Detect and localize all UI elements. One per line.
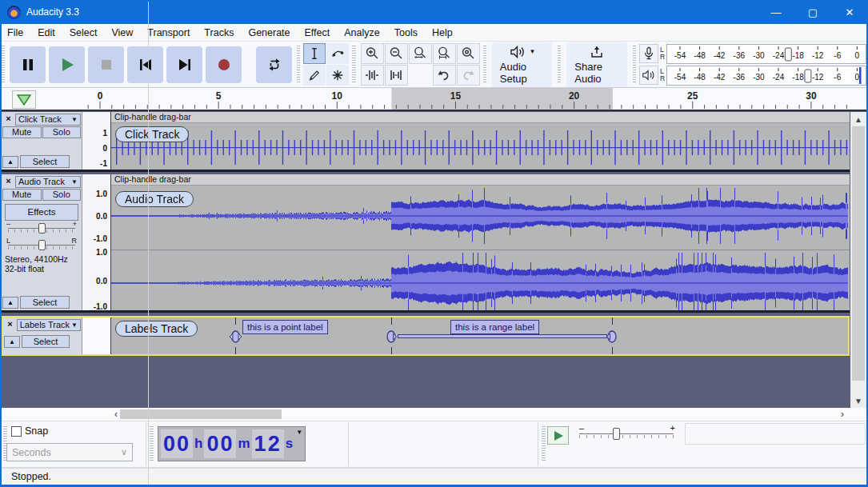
- zoom-toggle-button[interactable]: [457, 43, 480, 64]
- playback-speaker-icon[interactable]: [639, 66, 658, 85]
- menu-select[interactable]: Select: [62, 25, 105, 41]
- zoom-selection-button[interactable]: [409, 43, 432, 64]
- playback-meter[interactable]: -54-48-42-36-30-24-18-12-60: [666, 66, 866, 86]
- audio-setup-button[interactable]: ▼ Audio Setup: [492, 42, 552, 87]
- snap-checkbox[interactable]: [11, 426, 22, 437]
- audio-clip-drag-bar[interactable]: Clip-handle drag-bar: [111, 174, 850, 186]
- scroll-up-arrow[interactable]: ▲: [850, 112, 866, 126]
- skip-to-end-button[interactable]: [166, 46, 202, 83]
- play-speed-toolbar-grip[interactable]: [542, 426, 546, 462]
- microphone-icon[interactable]: [639, 44, 658, 63]
- scroll-down-arrow[interactable]: ▼: [850, 393, 866, 408]
- gain-slider-thumb[interactable]: [38, 223, 46, 234]
- envelope-tool-button[interactable]: [326, 43, 349, 64]
- labels-select-button[interactable]: Select: [22, 335, 70, 348]
- audio-track-name-chip[interactable]: Audio Track: [115, 191, 194, 207]
- audio-vertical-ruler[interactable]: 1.0 0.0 -1.0 1.0 0.0 -1.0: [82, 174, 111, 310]
- range-label-text[interactable]: this is a range label: [450, 320, 539, 334]
- click-select-button[interactable]: Select: [20, 155, 70, 168]
- horizontal-scrollbar[interactable]: ‹ ›: [0, 408, 868, 421]
- play-speed-slider[interactable]: – +: [578, 426, 675, 442]
- pan-slider-thumb[interactable]: [38, 240, 46, 250]
- time-digit-group[interactable]: 12: [252, 429, 284, 458]
- audio-gain-slider[interactable]: – +: [6, 222, 77, 234]
- click-mute-button[interactable]: Mute: [2, 126, 42, 138]
- menu-generate[interactable]: Generate: [241, 25, 297, 41]
- click-track-name-chip[interactable]: Click Track: [115, 126, 189, 142]
- tools-toolbar-grip[interactable]: [297, 46, 300, 83]
- maximize-button[interactable]: ▢: [794, 0, 831, 24]
- meter-toolbar-grip[interactable]: [633, 46, 636, 83]
- audio-track-clip[interactable]: Clip-handle drag-bar Audio Track: [111, 174, 850, 310]
- draw-tool-button[interactable]: [303, 65, 326, 86]
- pause-button[interactable]: [10, 46, 46, 83]
- menu-analyze[interactable]: Analyze: [337, 25, 386, 41]
- click-track-menu-button[interactable]: Click Track ▼: [15, 114, 81, 126]
- labels-track-menu-button[interactable]: Labels Track ▼: [17, 319, 81, 331]
- audio-setup-toolbar-grip[interactable]: [483, 46, 486, 83]
- menu-edit[interactable]: Edit: [30, 25, 62, 41]
- play-button[interactable]: [49, 46, 85, 83]
- audio-collapse-button[interactable]: ▲: [2, 297, 18, 309]
- silence-audio-button[interactable]: [385, 65, 408, 86]
- labels-track-clip[interactable]: Labels Track this is a point label this …: [111, 317, 848, 354]
- minimize-button[interactable]: —: [758, 0, 794, 24]
- labels-track-close-button[interactable]: ×: [4, 319, 16, 330]
- click-collapse-button[interactable]: ▲: [2, 156, 18, 168]
- time-digit-group[interactable]: 00: [161, 429, 193, 458]
- point-label-handle-icon[interactable]: [229, 330, 242, 343]
- redo-button[interactable]: [457, 65, 480, 86]
- recording-meter[interactable]: -54-48-42-36-30-24-18-12-60: [666, 44, 866, 64]
- time-digit-group[interactable]: 00: [204, 429, 236, 458]
- vertical-scrollbar[interactable]: ▲ ▼: [850, 112, 866, 408]
- audio-pan-slider[interactable]: L R: [6, 239, 77, 251]
- transport-toolbar-grip[interactable]: [2, 46, 5, 83]
- menu-tools[interactable]: Tools: [387, 25, 425, 41]
- scroll-right-arrow[interactable]: ›: [837, 409, 848, 420]
- speed-slider-thumb[interactable]: [613, 428, 620, 440]
- menu-file[interactable]: File: [0, 25, 30, 41]
- audio-mute-button[interactable]: Mute: [2, 189, 42, 201]
- timeline-ruler[interactable]: 051015202530: [82, 88, 850, 110]
- range-label-end-handle-icon[interactable]: [606, 330, 618, 343]
- edit-toolbar-grip[interactable]: [352, 46, 355, 83]
- range-label-start-handle-icon[interactable]: [386, 330, 397, 343]
- click-vertical-ruler[interactable]: 1 0 -1: [82, 112, 111, 170]
- audio-solo-button[interactable]: Solo: [42, 189, 82, 201]
- loop-button[interactable]: [256, 46, 292, 83]
- horizontal-scrollbar-thumb[interactable]: [120, 409, 282, 419]
- loop-region-button[interactable]: [12, 90, 36, 109]
- labels-track-name-chip[interactable]: Labels Track: [115, 321, 198, 337]
- fit-project-button[interactable]: [433, 43, 456, 64]
- snap-mode-select[interactable]: Seconds ∨: [6, 443, 133, 461]
- skip-to-start-button[interactable]: [127, 46, 163, 83]
- undo-button[interactable]: [433, 65, 456, 86]
- menu-help[interactable]: Help: [425, 25, 460, 41]
- click-track-clip[interactable]: Clip-handle drag-bar Click Track: [111, 112, 850, 170]
- audio-select-button[interactable]: Select: [20, 296, 70, 309]
- trim-audio-button[interactable]: [361, 65, 384, 86]
- track-area[interactable]: × Click Track ▼ Mute Solo ▲ Select 1 0 -…: [0, 111, 868, 408]
- labels-collapse-button[interactable]: ▲: [4, 336, 20, 348]
- click-clip-drag-bar[interactable]: Clip-handle drag-bar: [111, 112, 850, 123]
- selection-tool-button[interactable]: [303, 43, 326, 64]
- audio-effects-button[interactable]: Effects: [5, 204, 78, 221]
- click-track-close-button[interactable]: ×: [2, 114, 14, 125]
- audio-track-close-button[interactable]: ×: [2, 176, 14, 187]
- zoom-in-button[interactable]: [361, 43, 384, 64]
- menu-effect[interactable]: Effect: [298, 25, 338, 41]
- stop-button[interactable]: [88, 46, 124, 83]
- menu-tracks[interactable]: Tracks: [197, 25, 241, 41]
- close-button[interactable]: ✕: [831, 0, 868, 24]
- share-audio-toolbar-grip[interactable]: [558, 46, 561, 83]
- multi-tool-button[interactable]: [326, 65, 349, 86]
- audio-position-caret-icon[interactable]: ▼: [296, 429, 302, 436]
- record-button[interactable]: [206, 46, 242, 83]
- audio-position-display[interactable]: 00h00m12s ▼: [158, 426, 306, 461]
- vertical-scrollbar-thumb[interactable]: [852, 126, 865, 381]
- menu-view[interactable]: View: [104, 25, 140, 41]
- click-solo-button[interactable]: Solo: [42, 126, 82, 138]
- audio-track-menu-button[interactable]: Audio Track ▼: [15, 176, 81, 188]
- time-toolbar-grip[interactable]: [150, 426, 154, 462]
- point-label-text[interactable]: this is a point label: [242, 320, 328, 334]
